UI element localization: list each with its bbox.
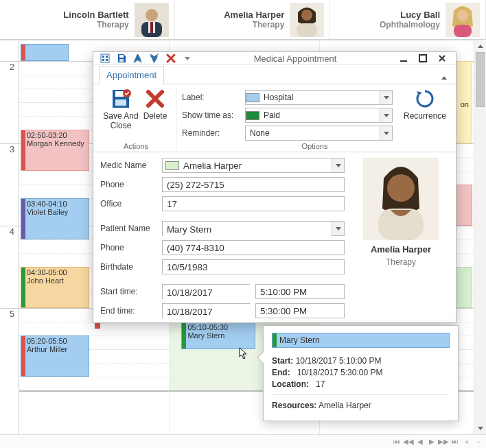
appointment-block[interactable] [21, 44, 69, 61]
start-time-field[interactable] [255, 284, 345, 299]
ribbon-caption-actions: Actions [124, 141, 148, 150]
svg-point-1 [146, 9, 158, 21]
scroll-up-button[interactable] [474, 40, 486, 52]
col3-name: Lucy Ball [380, 10, 440, 21]
show-time-swatch [246, 111, 259, 120]
column-head-2[interactable]: Amelia Harper Therapy [175, 0, 331, 39]
svg-rect-19 [400, 60, 407, 62]
nav-prev-page-icon[interactable]: ◀◀ [404, 437, 413, 447]
nav-prev-icon[interactable]: ◀ [415, 437, 425, 447]
medic-side-panel: Amelia Harper Therapy [353, 158, 449, 318]
recurrence-icon [413, 87, 437, 110]
time-gutter: 2 3 4 5 [0, 40, 19, 434]
svg-rect-22 [115, 99, 126, 106]
delete-icon[interactable] [165, 52, 177, 64]
patient-name-dropdown[interactable] [162, 221, 345, 236]
show-time-as-dropdown[interactable]: Paid [245, 108, 393, 123]
nav-next-page-icon[interactable]: ▶▶ [439, 437, 448, 447]
quick-access-toolbar: ⮝ ⮟ [96, 52, 194, 64]
svg-point-10 [457, 10, 468, 21]
appointment-block-selected[interactable]: 05:10-05:30 Mary Stern [181, 322, 255, 349]
save-close-icon [109, 87, 132, 110]
zoom-out-icon[interactable]: － [474, 437, 483, 447]
svg-point-7 [301, 10, 312, 21]
ribbon-group-options: Label: Hospital Show time as: Paid [176, 87, 453, 150]
appointment-block[interactable]: 02:50-03:20 Morgan Kennedy [21, 130, 89, 171]
medic-side-dept: Therapy [353, 257, 449, 267]
ribbon-collapse-icon[interactable] [438, 71, 450, 84]
chevron-down-icon [380, 108, 392, 122]
column-head-1[interactable]: Lincoln Bartlett Therapy [19, 0, 175, 39]
nav-last-icon[interactable]: ⏭ [450, 437, 460, 447]
vertical-scrollbar[interactable] [474, 40, 486, 434]
undo-icon[interactable]: ⮝ [132, 52, 144, 64]
qat-menu-icon[interactable] [99, 52, 111, 64]
svg-rect-14 [106, 56, 108, 58]
svg-rect-4 [150, 22, 153, 33]
close-button[interactable] [435, 52, 449, 64]
delete-large-icon [143, 87, 167, 110]
dialog-title: Medical Appointment [194, 54, 397, 64]
appointment-dialog: ⮝ ⮟ Medical Appointment Appointment [93, 51, 456, 323]
end-time-label: End time: [100, 306, 157, 316]
zoom-in-icon[interactable]: ＋ [462, 437, 472, 447]
ribbon-group-actions: Save And Close Delete Actions [96, 87, 176, 150]
chevron-down-icon [332, 158, 344, 172]
svg-rect-20 [419, 55, 426, 62]
svg-rect-8 [297, 23, 317, 37]
appointment-block[interactable]: 04:30-05:00 John Heart [21, 267, 89, 308]
office-label: Office [100, 199, 157, 209]
appointment-block[interactable]: 05:20-05:50 Arthur Miller [21, 335, 89, 377]
minimize-button[interactable] [397, 52, 410, 64]
label-label: Label: [182, 93, 241, 102]
scroll-down-button[interactable] [474, 422, 486, 434]
svg-point-25 [387, 174, 415, 202]
medic-phone-field[interactable] [162, 177, 345, 192]
start-time-label: Start time: [100, 287, 157, 296]
svg-rect-11 [454, 25, 472, 37]
avatar [135, 3, 169, 37]
column-head-3[interactable]: Lucy Ball Ophthalmology [330, 0, 486, 39]
patient-phone-field[interactable] [162, 240, 345, 255]
save-and-close-button[interactable]: Save And Close [102, 87, 140, 131]
recurrence-button[interactable]: Recurrence [402, 87, 448, 121]
nav-next-icon[interactable]: ▶ [427, 437, 437, 447]
cursor-icon [239, 347, 250, 361]
nav-bar: ⏮ ◀◀ ◀ ▶ ▶▶ ⏭ ＋ － [0, 434, 486, 448]
medic-name-dropdown[interactable] [162, 158, 345, 173]
titlebar[interactable]: ⮝ ⮟ Medical Appointment [93, 52, 456, 65]
tooltip-start: 10/18/2017 5:10:00 PM [296, 356, 382, 366]
medic-name-field[interactable] [179, 158, 332, 172]
reminder-dropdown[interactable]: None [245, 126, 393, 141]
qat-dropdown-icon[interactable] [181, 52, 194, 64]
redo-icon[interactable]: ⮟ [148, 52, 161, 64]
scroll-thumb[interactable] [476, 52, 485, 107]
birthdate-field[interactable] [162, 259, 345, 274]
medic-name-label: Medic Name [100, 161, 157, 170]
svg-rect-17 [119, 55, 124, 58]
svg-rect-15 [102, 59, 104, 61]
show-time-as-label: Show time as: [182, 110, 241, 120]
maximize-button[interactable] [416, 52, 430, 64]
delete-button[interactable]: Delete [140, 87, 170, 121]
nav-first-icon[interactable]: ⏮ [392, 437, 402, 447]
chevron-down-icon [380, 91, 392, 104]
tooltip-end: 10/18/2017 5:30:00 PM [297, 368, 383, 377]
patient-name-field[interactable] [163, 222, 332, 237]
avatar [445, 3, 480, 37]
appointment-block[interactable]: 03:40-04:10 Violet Bailey [21, 198, 89, 239]
col1-dept: Therapy [63, 20, 128, 30]
time-label-5: 5 [0, 308, 19, 390]
col2-name: Amelia Harper [224, 10, 284, 21]
medic-side-name: Amelia Harper [353, 244, 449, 255]
chevron-down-icon [380, 126, 392, 140]
start-date-dropdown[interactable] [162, 284, 250, 299]
avatar [290, 3, 324, 37]
office-field[interactable] [162, 196, 345, 211]
save-icon[interactable] [115, 52, 128, 64]
medic-swatch [165, 161, 179, 170]
label-dropdown[interactable]: Hospital [245, 90, 393, 105]
end-time-field[interactable] [255, 303, 345, 318]
end-date-dropdown[interactable] [162, 303, 250, 318]
tab-appointment[interactable]: Appointment [99, 66, 164, 84]
